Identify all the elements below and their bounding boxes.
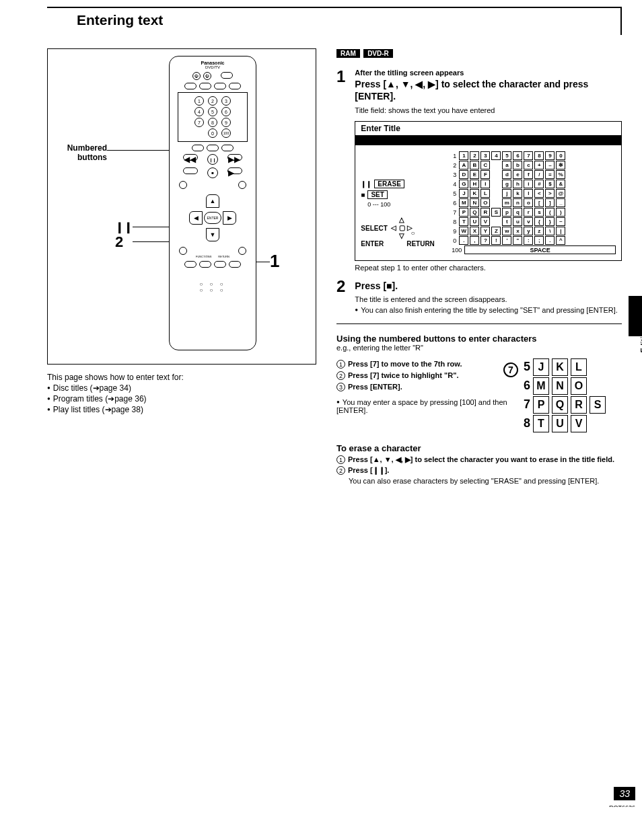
page-title: Entering text	[77, 12, 620, 28]
remote-brand: Panasonic	[170, 61, 256, 65]
using-grid: 7 5JKL6MNO7PQRS8TUV	[521, 357, 622, 434]
enter-label: ENTER	[361, 240, 384, 247]
char-cell: v	[524, 217, 533, 226]
char-cell: $	[545, 180, 555, 188]
step-2-num: 2	[336, 278, 345, 313]
erase-section: To erase a character 1Press [▲, ▼, ◀, ▶]…	[336, 443, 622, 485]
step-2-main: Press [■].	[355, 280, 622, 292]
char-cell: >	[545, 189, 555, 198]
space-cell: SPACE	[464, 245, 616, 254]
char-cell: y	[524, 227, 533, 235]
char-cell: Y	[480, 227, 490, 235]
using-numbered-section: Using the numbered buttons to enter char…	[336, 334, 622, 434]
char-cell: {	[534, 217, 544, 226]
badge-ram: RAM	[336, 49, 360, 58]
char-cell: g	[502, 180, 511, 188]
step-2-text: The title is entered and the screen disa…	[355, 295, 622, 303]
left-intro: This page shows how to enter text for:	[47, 373, 316, 382]
char-cell: 6	[513, 151, 522, 160]
char-cell: P	[459, 208, 468, 217]
char-cell: )	[556, 208, 565, 217]
using-cell: O	[571, 377, 587, 395]
char-cell: ;	[534, 236, 544, 245]
char-cell: W	[459, 227, 468, 235]
callout-numbered-buttons: Numbered buttons	[53, 143, 107, 163]
step-1-num: 1	[336, 69, 345, 272]
using-cell: R	[571, 396, 587, 414]
remote-outline: Panasonic DVD/TV ⏻⏻ 123 456 789 0100 ◀◀❙…	[169, 56, 256, 350]
char-cell: a	[502, 161, 511, 169]
char-cell: ?	[480, 236, 490, 245]
char-cell: %	[556, 170, 565, 179]
using-cell: J	[533, 358, 549, 376]
char-grid: 112345678902ABCabc+–✻3DEFdef/=%4GHIghi#$…	[448, 151, 616, 255]
char-cell: 3	[480, 151, 490, 160]
char-cell: +	[534, 161, 544, 169]
step-1-main: Press [▲, ▼, ◀, ▶] to select the charact…	[355, 78, 622, 102]
char-cell: s	[534, 208, 544, 217]
char-cell: X	[470, 227, 479, 235]
left-intro-block: This page shows how to enter text for: D…	[47, 373, 316, 414]
step-1-caption: Title field: shows the text you have ent…	[355, 106, 622, 114]
using-cell: V	[571, 415, 587, 432]
using-cell: L	[571, 358, 587, 376]
left-column: Numbered buttons ❙❙ 2 1 Panasonic DVD/TV…	[47, 48, 316, 487]
char-cell: 2	[470, 151, 479, 160]
char-cell: w	[502, 227, 511, 235]
remote-sub: DVD/TV	[170, 65, 256, 69]
char-cell: @	[556, 189, 565, 198]
page-number: 33	[614, 787, 635, 800]
using-cell: Q	[552, 396, 568, 414]
char-cell: _	[556, 198, 565, 207]
char-cell: G	[459, 180, 468, 188]
char-cell: e	[513, 170, 522, 179]
step-1-repeat: Repeat step 1 to enter other characters.	[355, 264, 622, 272]
callout-pause-icon: ❙❙	[115, 221, 133, 233]
erase-note: You can also erase characters by selecti…	[349, 477, 622, 485]
using-sub: e.g., entering the letter "R"	[336, 344, 622, 352]
char-cell: c	[524, 161, 533, 169]
char-cell: 5	[502, 151, 511, 160]
char-cell: J	[459, 189, 468, 198]
enter-title-diagram: Enter Title _ ❙❙ERASE ■SET 0 --- 100 SEL…	[355, 121, 622, 261]
char-cell: C	[480, 161, 490, 169]
left-bullet-3: Play list titles (➔page 38)	[47, 405, 316, 414]
return-label: RETURN	[406, 240, 435, 247]
char-cell: Q	[470, 208, 479, 217]
select-label: SELECT	[361, 225, 387, 232]
char-cell: u	[513, 217, 522, 226]
char-cell: i	[524, 180, 533, 188]
char-cell: H	[470, 180, 479, 188]
char-cell: U	[470, 217, 479, 226]
callout-label-2: 2	[115, 233, 123, 251]
char-cell: #	[534, 180, 544, 188]
char-cell: [	[534, 198, 544, 207]
char-cell: <	[534, 189, 544, 198]
using-step-3: Press [ENTER].	[348, 383, 402, 391]
dpad: ▲▼◀▶ ENTER	[189, 194, 236, 241]
char-cell: 8	[534, 151, 544, 160]
char-cell: I	[480, 180, 490, 188]
char-cell: h	[513, 180, 522, 188]
erase-label: ❙❙ERASE	[361, 180, 441, 188]
using-cell: P	[533, 396, 549, 414]
using-cell: N	[552, 377, 568, 395]
char-cell: L	[480, 189, 490, 198]
char-cell: r	[524, 208, 533, 217]
using-title: Using the numbered buttons to enter char…	[336, 334, 622, 344]
char-cell: B	[470, 161, 479, 169]
char-cell: 1	[459, 151, 468, 160]
step-2: 2 Press [■]. The title is entered and th…	[336, 278, 622, 313]
step-2-bullet: You can also finish entering the title b…	[355, 306, 622, 314]
char-cell: n	[513, 198, 522, 207]
char-cell: ~	[556, 217, 565, 226]
step-1-intro: After the titling screen appears	[355, 69, 622, 77]
char-cell: 7	[524, 151, 533, 160]
char-cell: .	[545, 236, 555, 245]
char-cell: ✻	[556, 161, 565, 169]
char-cell: Z	[491, 227, 501, 235]
char-cell: S	[491, 208, 501, 217]
char-cell: ,	[470, 236, 479, 245]
char-cell: :	[524, 236, 533, 245]
char-cell: t	[502, 217, 511, 226]
